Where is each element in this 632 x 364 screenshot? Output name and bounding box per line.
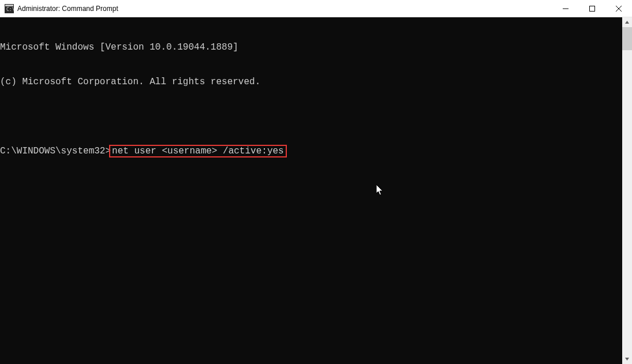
close-button[interactable] [605, 0, 632, 17]
terminal-command-text: net user <username> /active:yes [112, 146, 284, 156]
maximize-button[interactable] [579, 0, 605, 17]
svg-text:C:\: C:\ [6, 7, 14, 12]
titlebar: C:\ Administrator: Command Prompt [0, 0, 632, 17]
vertical-scrollbar[interactable] [622, 17, 632, 364]
scroll-thumb[interactable] [622, 27, 632, 50]
cmd-window: C:\ Administrator: Command Prompt Micros… [0, 0, 632, 364]
scroll-track[interactable] [622, 27, 632, 354]
scroll-up-button[interactable] [622, 17, 632, 27]
terminal-line-version: Microsoft Windows [Version 10.0.19044.18… [0, 42, 622, 53]
svg-rect-4 [590, 6, 595, 11]
terminal-area[interactable]: Microsoft Windows [Version 10.0.19044.18… [0, 17, 622, 364]
svg-rect-1 [5, 5, 13, 6]
client-area: Microsoft Windows [Version 10.0.19044.18… [0, 17, 632, 364]
window-title: Administrator: Command Prompt [17, 5, 118, 13]
mouse-cursor-icon [332, 173, 384, 211]
cmd-app-icon: C:\ [5, 4, 14, 13]
command-highlight: net user <username> /active:yes [109, 145, 287, 157]
scroll-down-button[interactable] [622, 354, 632, 364]
terminal-line-copyright: (c) Microsoft Corporation. All rights re… [0, 76, 622, 88]
terminal-prompt-line: C:\WINDOWS\system32>net user <username> … [0, 145, 622, 157]
minimize-button[interactable] [552, 0, 579, 17]
terminal-line-blank [0, 111, 622, 122]
terminal-prompt-path: C:\WINDOWS\system32> [0, 145, 111, 157]
